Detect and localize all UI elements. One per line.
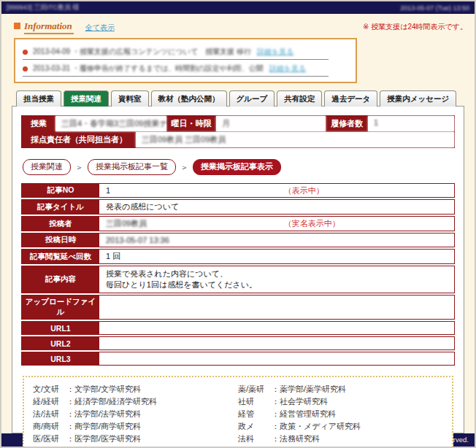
legend-definition: 経営管理研究科 <box>280 409 443 420</box>
enrollment-label: 履修者数 <box>326 116 368 131</box>
bullet-icon <box>23 50 28 55</box>
table-row-article-title: 記事タイトル 発表の感想について <box>21 199 455 215</box>
url1-label: URL1 <box>22 322 99 334</box>
tab[interactable]: 資料室 <box>111 90 149 107</box>
tab[interactable]: 共有設定 <box>277 90 322 107</box>
article-title-label: 記事タイトル <box>22 200 99 214</box>
url3-label: URL3 <box>22 352 99 365</box>
tab[interactable]: 担当授業 <box>16 90 61 107</box>
view-count-text: 1 回 <box>106 251 120 262</box>
information-title: Information <box>24 20 74 34</box>
legend-term: 理/理研 <box>33 446 66 447</box>
legend-definition: 法学部/法学研究科 <box>74 409 238 420</box>
legend-colon: ： <box>272 396 280 407</box>
view-count-label: 記事閲覧延べ回数 <box>22 250 99 263</box>
information-detail-link[interactable]: 詳細を見る <box>257 47 293 57</box>
legend-term: 経/経研 <box>33 396 66 407</box>
legend-colon: ： <box>272 433 280 444</box>
url2-label: URL2 <box>22 337 99 349</box>
legend-definition: 薬学部/薬学研究科 <box>280 384 443 395</box>
breadcrumb-pill[interactable]: 授業掲示板記事一覧 <box>88 159 176 175</box>
legend-item: 法/法研 ： 法学部/法学研究科 <box>33 408 238 420</box>
titlebar: [999943] 三田ITC教員 様 2013-05-07 (Tue) 13:5… <box>1 1 475 14</box>
legend-item: 政メ ： 政策・メディア研究科 <box>238 420 443 433</box>
breadcrumb-pill[interactable]: 授業関連 <box>23 159 71 175</box>
show-all-link[interactable]: 全て表示 <box>85 23 115 33</box>
url1-value <box>99 322 454 334</box>
tab-label: 担当授業 <box>23 94 54 103</box>
legend-definition: 健康マネジメント研究科 <box>280 446 443 447</box>
table-row-url2: URL2 <box>21 336 455 350</box>
grader-value: 三田09教員 三田09教員 <box>136 132 454 147</box>
course-info-row-2: 採点責任者（共同担当者） 三田09教員 三田09教員 <box>21 132 455 148</box>
legend-definition: 法務研究科 <box>280 433 443 444</box>
breadcrumb-step: 授業掲示板記事表示 <box>193 159 290 175</box>
app-window: [999943] 三田ITC教員 様 2013-05-07 (Tue) 13:5… <box>0 0 476 448</box>
tab-label: 過去データ <box>331 94 370 103</box>
page-body: Information 全て表示 ※ 授業支援は24時間表示です。 2013-0… <box>1 14 475 447</box>
legend-right-column: 薬/薬研 ： 薬学部/薬学研究科 社研 ： 社会学研究科 経管 <box>238 383 443 447</box>
tab[interactable]: グループ <box>229 90 275 107</box>
breadcrumb-pill[interactable]: 授業掲示板記事表示 <box>193 159 281 175</box>
table-row-article-body: 記事内容 授業で発表された内容について、 毎回ひとり1回は感想を書いてください。 <box>21 266 455 293</box>
class-value: 三田4・春学期3三田09授業デモ76 <box>55 116 166 131</box>
legend-colon: ： <box>272 409 280 420</box>
legend-item: 商/商研 ： 商学部/商学研究科 <box>33 420 238 433</box>
legend-left-column: 文/文研 ： 文学部/文学研究科 経/経研 ： 経済学部/経済学研究科 法/法研 <box>33 383 238 447</box>
legend-colon: ： <box>272 446 280 447</box>
breadcrumb-separator: ＞ <box>180 162 188 173</box>
tab[interactable]: 教材（塾内公開） <box>151 90 227 107</box>
information-item-text: 2013-03-31 ・履修申告が終了するまでは、時間割の設定や利用、公開 <box>33 63 264 74</box>
legend-item: 文/文研 ： 文学部/文学研究科 <box>33 383 238 395</box>
information-item: 2013-03-31 ・履修申告が終了するまでは、時間割の設定や利用、公開 詳細… <box>23 60 329 77</box>
tab-label: グループ <box>237 94 268 103</box>
table-row-view-count: 記事閲覧延べ回数 1 回 <box>21 249 455 264</box>
legend-item: 理/理研 ： 理工学部/理工学研究科 <box>33 445 238 447</box>
poster-text: 三田09教員 <box>106 218 147 229</box>
information-box: 2013-04-09 ・授業支援の広報コンテンツについて 授業支援 移行 詳細を… <box>14 38 357 83</box>
current-datetime: 2013-05-07 (Tue) 13:50 <box>400 4 469 12</box>
view-count-value: 1 回 <box>99 250 454 263</box>
poster-value: 三田09教員 （実名表示中） <box>99 217 454 231</box>
upload-file-label: アップロードファイル <box>22 296 99 319</box>
article-no-value: 1 （表示中） <box>99 184 454 197</box>
article-title-text: 発表の感想について <box>106 201 179 212</box>
legend-item: 経管 ： 経営管理研究科 <box>238 408 443 420</box>
legend-colon: ： <box>272 384 280 395</box>
legend-definition: 政策・メディア研究科 <box>280 421 443 432</box>
legend-term: 法科 <box>238 433 272 444</box>
tab-label: 資料室 <box>118 94 142 103</box>
table-row-url1: URL1 <box>21 321 455 335</box>
article-table: 記事NO 1 （表示中） 記事タイトル 発表の感想について 投稿者 三田09教員 <box>21 183 455 366</box>
legend-colon: ： <box>66 433 74 444</box>
legend-item: 法科 ： 法務研究科 <box>238 433 443 445</box>
legend-item: 薬/薬研 ： 薬学部/薬学研究科 <box>238 383 443 395</box>
tab-label: 授業関連 <box>71 94 101 103</box>
realname-status-note: （実名表示中） <box>284 218 340 229</box>
legend-item: 医/医研 ： 医学部/医学研究科 <box>33 433 238 445</box>
table-row-post-date: 投稿日時 2013-05-07 13:36 <box>21 233 455 247</box>
information-detail-link[interactable]: 詳細を見る <box>269 63 306 74</box>
information-item-text: 2013-04-09 ・授業支援の広報コンテンツについて 授業支援 移行 <box>33 47 251 57</box>
tab[interactable]: 授業内メッセージ <box>380 90 456 107</box>
legend-item: 社研 ： 社会学研究科 <box>238 395 443 408</box>
poster-label: 投稿者 <box>22 217 99 231</box>
table-row-article-no: 記事NO 1 （表示中） <box>21 183 455 198</box>
tab-label: 共有設定 <box>284 94 315 103</box>
course-info-row-1: 授業 三田4・春学期3三田09授業デモ76 曜日・時限 月 履修者数 1 <box>21 115 455 132</box>
legend-colon: ： <box>66 421 74 432</box>
article-title-value: 発表の感想について <box>99 200 454 214</box>
url2-value <box>99 337 454 349</box>
article-no-label: 記事NO <box>22 184 99 197</box>
legend-term: 政メ <box>238 421 272 432</box>
bullet-icon <box>23 66 28 72</box>
tab[interactable]: 授業関連 <box>64 90 109 107</box>
legend-colon: ： <box>272 421 280 432</box>
tab[interactable]: 過去データ <box>324 90 377 107</box>
logged-in-user: [999943] 三田ITC教員 様 <box>7 3 80 12</box>
tab-label: 教材（塾内公開） <box>158 94 220 103</box>
information-list: 2013-04-09 ・授業支援の広報コンテンツについて 授業支援 移行 詳細を… <box>23 43 348 77</box>
upload-file-value <box>99 296 454 319</box>
breadcrumb-step: 授業関連 ＞ <box>23 159 88 175</box>
legend-colon: ： <box>66 384 74 395</box>
